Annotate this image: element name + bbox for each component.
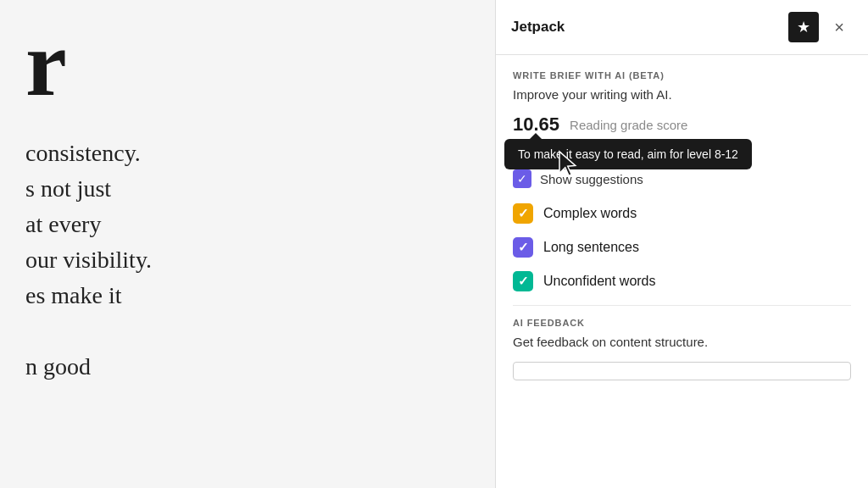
panel-header: Jetpack ★ × — [496, 0, 868, 55]
write-brief-desc: Improve your writing with AI. — [513, 87, 851, 102]
body-text: consistency. s not just at every our vis… — [25, 136, 152, 385]
write-brief-label: WRITE BRIEF WITH AI (BETA) — [513, 70, 851, 80]
ai-feedback-button[interactable] — [513, 362, 851, 380]
big-letter: r — [25, 17, 152, 110]
tooltip-text: To make it easy to read, aim for level 8… — [518, 147, 738, 161]
long-sentences-label: Long sentences — [543, 240, 639, 255]
section-divider — [513, 305, 851, 306]
text-line-1: consistency. — [25, 136, 152, 171]
grade-row: 10.65 Reading grade score To make it eas… — [513, 114, 851, 136]
complex-words-checkbox[interactable]: ✓ — [513, 203, 533, 224]
text-line-5: es make it — [25, 278, 152, 313]
show-suggestions-toggle[interactable]: ✓ — [513, 169, 531, 188]
header-icons: ★ × — [788, 12, 853, 42]
jetpack-panel: Jetpack ★ × WRITE BRIEF WITH AI (BETA) I… — [495, 0, 868, 488]
complex-words-item: ✓ Complex words — [513, 203, 851, 224]
close-button[interactable]: × — [826, 14, 853, 41]
panel-body: WRITE BRIEF WITH AI (BETA) Improve your … — [496, 55, 868, 488]
left-content-area: r consistency. s not just at every our v… — [0, 0, 495, 488]
grade-label: Reading grade score — [570, 118, 687, 132]
panel-title: Jetpack — [511, 19, 565, 36]
text-line-2: s not just — [25, 171, 152, 207]
ai-feedback-desc: Get feedback on content structure. — [513, 335, 851, 349]
complex-words-label: Complex words — [543, 206, 637, 221]
star-icon: ★ — [797, 18, 810, 36]
close-icon: × — [834, 18, 844, 37]
show-suggestions-label: Show suggestions — [540, 172, 643, 186]
text-line-3: at every — [25, 207, 152, 242]
unconfident-words-item: ✓ Unconfident words — [513, 271, 851, 291]
unconfident-words-label: Unconfident words — [543, 274, 656, 289]
long-sentences-checkbox[interactable]: ✓ — [513, 237, 533, 258]
unconfident-words-checkbox[interactable]: ✓ — [513, 271, 533, 291]
text-line-6 — [25, 313, 152, 349]
long-sentences-item: ✓ Long sentences — [513, 237, 851, 258]
text-line-4: our visibility. — [25, 242, 152, 278]
star-button[interactable]: ★ — [788, 12, 819, 42]
tooltip: To make it easy to read, aim for level 8… — [504, 139, 752, 169]
ai-feedback-label: AI FEEDBACK — [513, 318, 851, 328]
text-line-7: n good — [25, 349, 152, 385]
